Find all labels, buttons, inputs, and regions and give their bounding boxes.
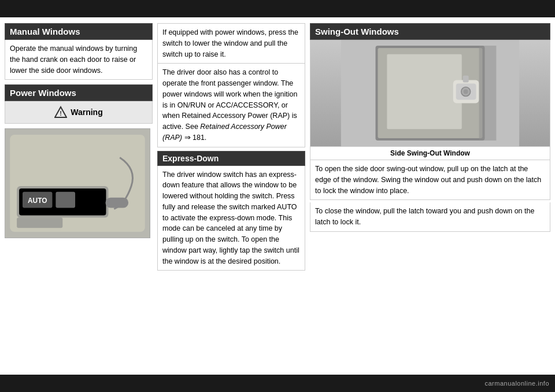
warning-svg: !: [54, 106, 67, 119]
door-panel-image: AUTO: [5, 128, 150, 238]
period: .: [205, 134, 206, 142]
content-area: Manual Windows Operate the manual window…: [0, 17, 555, 375]
svg-rect-19: [463, 76, 469, 83]
express-down-header: Express-Down: [157, 151, 305, 166]
page-container: Manual Windows Operate the manual window…: [0, 0, 555, 392]
svg-text:!: !: [60, 110, 62, 117]
power-windows-section: Power Windows ! Warning: [5, 84, 153, 124]
swing-body-1: To open the side door swing-out window, …: [310, 160, 550, 200]
power-windows-details-text: The driver door also has a control to op…: [162, 68, 297, 131]
power-windows-details: The driver door also has a control to op…: [157, 64, 305, 147]
warning-box: ! Warning: [5, 101, 153, 124]
express-down-section: Express-Down The driver window switch ha…: [157, 147, 305, 271]
swing-image-caption: Side Swing-Out Window: [310, 147, 550, 160]
bottom-bar: carmanualonline.info: [0, 375, 555, 392]
warning-label: Warning: [71, 108, 102, 117]
swing-out-windows-header: Swing-Out Windows: [310, 23, 550, 40]
manual-windows-header: Manual Windows: [5, 23, 153, 40]
warning-inner: ! Warning: [54, 106, 102, 119]
door-panel-svg: AUTO: [5, 129, 150, 238]
svg-text:AUTO: AUTO: [28, 197, 47, 205]
svg-rect-10: [17, 218, 62, 228]
right-column: Swing-Out Windows: [310, 23, 550, 371]
svg-rect-20: [479, 46, 497, 140]
svg-rect-8: [56, 192, 75, 208]
left-column: Manual Windows Operate the manual window…: [5, 23, 153, 371]
middle-column: If equipped with power windows, press th…: [157, 23, 305, 371]
swing-body-2: To close the window, pull the latch towa…: [310, 202, 550, 232]
manual-windows-body: Operate the manual windows by turning th…: [5, 40, 153, 80]
express-down-body: The driver window switch has an express-…: [157, 166, 305, 271]
arrow-symbol: ⇒: [182, 134, 193, 142]
svg-rect-14: [387, 54, 461, 129]
manual-windows-section: Manual Windows Operate the manual window…: [5, 23, 153, 80]
power-windows-intro: If equipped with power windows, press th…: [157, 23, 305, 64]
watermark: carmanualonline.info: [484, 380, 549, 387]
warning-triangle-icon: !: [54, 106, 67, 119]
page-number: 181: [193, 134, 205, 142]
power-windows-header: Power Windows: [5, 84, 153, 101]
svg-point-18: [464, 90, 468, 94]
top-bar: [0, 0, 555, 17]
swing-out-svg: [310, 40, 550, 146]
swing-out-image: [310, 40, 550, 147]
